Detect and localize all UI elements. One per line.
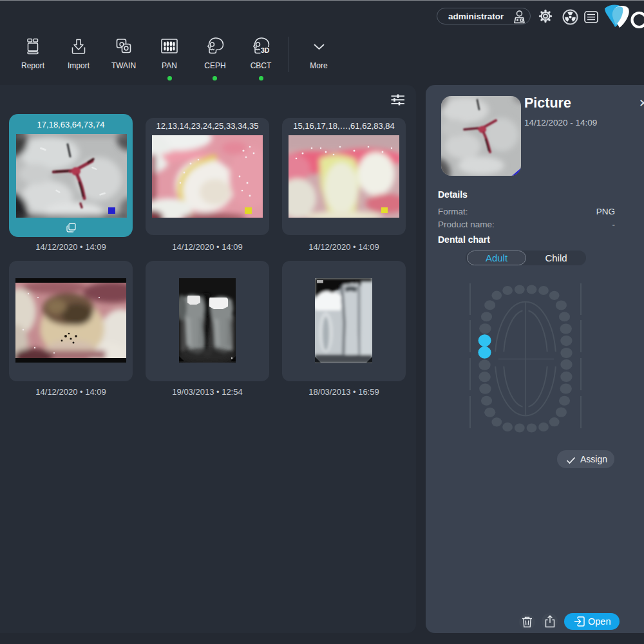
svg-text:3D: 3D [261,46,270,54]
